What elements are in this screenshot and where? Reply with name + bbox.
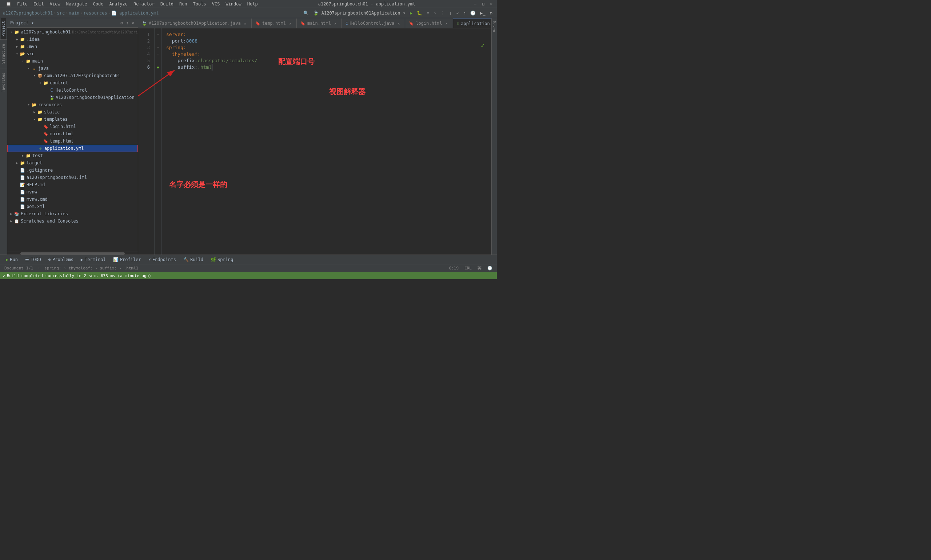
build-btn[interactable]: 🔨 Build xyxy=(180,256,206,263)
tab-app-java-close[interactable]: ✕ xyxy=(243,21,248,26)
tab-main-html[interactable]: 🔖 main.html ✕ xyxy=(297,18,342,28)
git-commit-button[interactable]: ✓ xyxy=(455,10,460,16)
maximize-button[interactable]: □ xyxy=(481,2,486,6)
breadcrumb-resources[interactable]: resources xyxy=(84,11,107,15)
tree-item-com[interactable]: ▾ 📦 com.a1207.a1207springbootch01 xyxy=(7,72,138,79)
project-tree[interactable]: ▾ 📁 a1207springbootch01 D:\JavaEnterpris… xyxy=(7,28,138,252)
tree-item-mvnwcmd[interactable]: ▶ 📄 mvnw.cmd xyxy=(7,195,138,203)
close-button[interactable]: ✕ xyxy=(489,2,494,6)
run-config-dropdown[interactable]: 🍃 A1207springbootch01Application ▾ xyxy=(312,10,406,16)
git-update-button[interactable]: ⇓ xyxy=(448,10,454,16)
code-editor[interactable]: server: port: 8088 spring: thymeleaf: pr… xyxy=(162,28,491,255)
document-info[interactable]: Document 1/1 xyxy=(3,266,35,271)
favorites-tab[interactable]: Favorites xyxy=(1,70,6,95)
menu-vcs[interactable]: VCS xyxy=(209,1,223,7)
tree-item-login[interactable]: ▶ 🔖 login.html xyxy=(7,123,138,130)
more-actions-button[interactable]: ⋮ xyxy=(439,10,446,16)
tree-item-gitignore[interactable]: ▶ 📄 .gitignore xyxy=(7,166,138,174)
todo-btn[interactable]: ☰ TODO xyxy=(22,256,44,263)
run-bottom-btn[interactable]: ▶ Run xyxy=(3,256,21,263)
tree-item-src[interactable]: ▾ 📂 src xyxy=(7,50,138,57)
editor-content[interactable]: 1 2 3 4 5 6 ▾ ▾ ▾ ● xyxy=(138,28,491,255)
menu-analyze[interactable]: Analyze xyxy=(106,1,131,7)
tree-item-root[interactable]: ▾ 📁 a1207springbootch01 D:\JavaEnterpris… xyxy=(7,28,138,35)
git-push-button[interactable]: ⇑ xyxy=(462,10,467,16)
menu-help[interactable]: Help xyxy=(245,1,261,7)
git-history-button[interactable]: 🕐 xyxy=(469,10,477,16)
run-button[interactable]: ▶ xyxy=(408,10,414,16)
gutter-fold-3[interactable]: ▾ xyxy=(155,45,162,51)
line-col[interactable]: 6:19 xyxy=(448,266,460,271)
tab-application-yml[interactable]: ⚙ application.yml ✕ xyxy=(453,18,491,28)
tab-hello-java[interactable]: C HelloControl.java ✕ xyxy=(342,18,405,28)
tab-login-html[interactable]: 🔖 login.html ✕ xyxy=(405,18,453,28)
breadcrumb-src[interactable]: src xyxy=(57,11,65,15)
coverage-button[interactable]: ☂ xyxy=(425,10,431,16)
tree-item-hellocontrol[interactable]: ▶ C HelloControl xyxy=(7,86,138,94)
settings-button[interactable]: ⚙ xyxy=(488,10,494,16)
tree-item-target[interactable]: ▶ 📁 target xyxy=(7,159,138,166)
tab-temp-html-close[interactable]: ✕ xyxy=(288,21,293,26)
tree-item-mvn[interactable]: ▶ 📁 .mvn xyxy=(7,43,138,50)
tree-item-temphtml[interactable]: ▶ 🔖 temp.html xyxy=(7,137,138,145)
debug-button[interactable]: 🐛 xyxy=(415,10,424,16)
tree-item-static[interactable]: ▶ 📁 static xyxy=(7,108,138,115)
tab-temp-html[interactable]: 🔖 temp.html ✕ xyxy=(252,18,297,28)
panel-expand-icon[interactable]: ↕ xyxy=(125,20,129,26)
encoding[interactable]: CRL xyxy=(463,266,473,271)
terminal-button[interactable]: ▶_ xyxy=(479,10,486,16)
menu-tools[interactable]: Tools xyxy=(190,1,209,7)
tree-item-resources[interactable]: ▾ 📂 resources xyxy=(7,101,138,108)
tree-item-external[interactable]: ▶ 📚 External Libraries xyxy=(7,210,138,217)
panel-scrollbar[interactable] xyxy=(7,252,138,255)
tree-item-java[interactable]: ▾ ☕ java xyxy=(7,65,138,72)
menu-refactor[interactable]: Refactor xyxy=(131,1,157,7)
tree-item-control[interactable]: ▾ 📁 control xyxy=(7,79,138,86)
tree-item-mainhtml[interactable]: ▶ 🔖 main.html xyxy=(7,130,138,137)
tree-item-appyml[interactable]: ▶ ⚙ application.yml xyxy=(7,145,138,152)
panel-settings-icon[interactable]: ⚙ xyxy=(120,20,124,26)
maven-tab[interactable]: Maven xyxy=(492,18,497,35)
lang[interactable]: 英 xyxy=(476,265,483,271)
menu-file[interactable]: File xyxy=(14,1,31,7)
tree-item-idea[interactable]: ▶ 📁 .idea xyxy=(7,35,138,43)
minimize-button[interactable]: – xyxy=(473,2,478,6)
spring-btn[interactable]: 🌿 Spring xyxy=(208,256,236,263)
menu-navigate[interactable]: Navigate xyxy=(63,1,90,7)
tree-item-test[interactable]: ▶ 📁 test xyxy=(7,152,138,159)
tab-app-java[interactable]: 🍃 A1207springbootch01Application.java ✕ xyxy=(138,18,252,28)
project-tab[interactable]: Project xyxy=(1,18,6,39)
terminal-btn[interactable]: ▶ Terminal xyxy=(78,256,109,263)
tree-item-templates[interactable]: ▾ 📁 templates xyxy=(7,115,138,123)
profile-button[interactable]: ⚡ xyxy=(432,10,437,16)
menu-window[interactable]: Window xyxy=(223,1,244,7)
tree-item-iml[interactable]: ▶ 📄 a1207springbootch01.iml xyxy=(7,174,138,181)
menu-code[interactable]: Code xyxy=(90,1,106,7)
tree-item-app[interactable]: ▶ 🍃 A1207springbootch01Application xyxy=(7,94,138,101)
breadcrumb-file[interactable]: 📄 application.yml xyxy=(111,11,159,15)
gutter-fold-1[interactable]: ▾ xyxy=(155,31,162,38)
problems-label: Problems xyxy=(52,257,74,262)
tab-main-html-close[interactable]: ✕ xyxy=(333,21,338,26)
menu-run[interactable]: Run xyxy=(176,1,190,7)
menu-build[interactable]: Build xyxy=(157,1,176,7)
status-breadcrumb[interactable]: spring: › thymeleaf: › suffix: › .html1 xyxy=(43,266,140,271)
structure-tab[interactable]: Structure xyxy=(1,41,6,66)
gutter-fold-4[interactable]: ▾ xyxy=(155,51,162,57)
tree-item-scratches[interactable]: ▶ 📋 Scratches and Consoles xyxy=(7,217,138,225)
tree-item-pom[interactable]: ▶ 📄 pom.xml xyxy=(7,203,138,210)
breadcrumb-project[interactable]: a1207springbootch01 xyxy=(3,11,53,15)
profiler-btn[interactable]: 📊 Profiler xyxy=(110,256,144,263)
menu-edit[interactable]: Edit xyxy=(31,1,47,7)
tree-item-mvnw[interactable]: ▶ 📄 mvnw xyxy=(7,188,138,195)
search-everywhere-icon[interactable]: 🔍 xyxy=(302,10,310,16)
tree-item-main[interactable]: ▾ 📁 main xyxy=(7,57,138,65)
tab-login-html-close[interactable]: ✕ xyxy=(444,21,449,26)
tab-hello-java-close[interactable]: ✕ xyxy=(396,21,401,26)
problems-btn[interactable]: ⊙ Problems xyxy=(45,256,76,263)
menu-view[interactable]: View xyxy=(47,1,63,7)
endpoints-btn[interactable]: ⚡ Endpoints xyxy=(145,256,179,263)
panel-close-icon[interactable]: ✕ xyxy=(131,20,135,26)
tree-item-help[interactable]: ▶ 📝 HELP.md xyxy=(7,181,138,188)
breadcrumb-main[interactable]: main xyxy=(69,11,79,15)
